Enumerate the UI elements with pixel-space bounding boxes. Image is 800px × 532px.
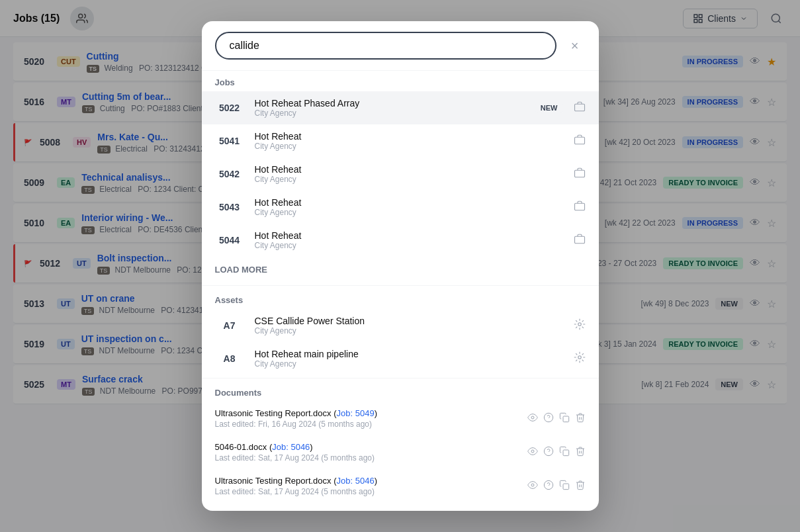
result-sub: City Agency — [255, 241, 563, 250]
divider — [202, 378, 599, 378]
divider — [202, 285, 599, 286]
search-result-job-5042[interactable]: 5042 Hot Reheat City Agency — [202, 157, 599, 191]
svg-point-18 — [531, 450, 534, 453]
trash-icon[interactable] — [575, 480, 586, 493]
search-result-doc-3[interactable]: Ultrasonic Testing Report.docx (Job: 504… — [202, 469, 599, 503]
result-info: Hot Reheat City Agency — [255, 197, 563, 217]
svg-rect-21 — [563, 450, 569, 456]
svg-rect-10 — [574, 203, 584, 210]
assets-section-header: Assets — [202, 288, 599, 309]
result-name: Hot Reheat — [255, 131, 563, 142]
copy-icon[interactable] — [559, 412, 570, 425]
svg-point-23 — [544, 480, 553, 489]
svg-rect-9 — [574, 170, 584, 177]
copy-icon[interactable] — [559, 446, 570, 459]
trash-icon[interactable] — [575, 412, 586, 425]
documents-section-header: Documents — [202, 381, 599, 402]
result-sub: City Agency — [255, 142, 563, 151]
doc-actions — [527, 446, 586, 459]
result-id: 5043 — [215, 202, 244, 212]
search-result-job-5041[interactable]: 5041 Hot Reheat City Agency — [202, 124, 599, 157]
result-id: A7 — [215, 320, 244, 331]
doc-job-link[interactable]: Job: 5046 — [272, 442, 310, 452]
doc-name: Ultrasonic Testing Report.docx (Job: 504… — [215, 408, 521, 418]
doc-edited: Last edited: Sat, 17 Aug 2024 (5 months … — [215, 487, 521, 496]
question-icon[interactable] — [543, 480, 554, 493]
search-result-doc-1[interactable]: Ultrasonic Testing Report.docx (Job: 504… — [202, 402, 599, 435]
close-icon: × — [571, 38, 579, 54]
eye-icon[interactable] — [527, 480, 538, 493]
doc-job-link[interactable]: Job: 5049 — [337, 408, 375, 418]
result-name: CSE Callide Power Station — [255, 316, 563, 326]
result-name: Hot Reheat — [255, 197, 563, 208]
doc-edited: Last edited: Fri, 16 Aug 2024 (5 months … — [215, 420, 521, 429]
result-info: Hot Reheat City Agency — [255, 131, 563, 151]
result-name: Hot Reheat — [255, 164, 563, 175]
search-result-doc-2[interactable]: 5046-01.docx (Job: 5046) Last edited: Sa… — [202, 435, 599, 469]
doc-name: Ultrasonic Testing Report.docx (Job: 504… — [215, 476, 521, 486]
result-sub: City Agency — [255, 359, 563, 369]
search-result-job-5044[interactable]: 5044 Hot Reheat City Agency — [202, 224, 599, 257]
svg-point-14 — [531, 416, 534, 419]
doc-name: 5046-01.docx (Job: 5046) — [215, 442, 521, 452]
result-info: Hot Reheat main pipeline City Agency — [255, 349, 563, 369]
result-badge: NEW — [535, 103, 563, 113]
question-icon[interactable] — [543, 412, 554, 425]
result-sub: City Agency — [255, 175, 563, 184]
briefcase-icon — [574, 167, 586, 182]
modal-body: Jobs 5022 Hot Reheat Phased Array City A… — [202, 71, 599, 511]
jobs-section-header: Jobs — [202, 71, 599, 91]
doc-info: 5046-01.docx (Job: 5046) Last edited: Sa… — [215, 442, 521, 463]
svg-rect-8 — [574, 137, 584, 144]
svg-rect-7 — [574, 104, 584, 111]
briefcase-icon — [574, 134, 586, 149]
result-info: Hot Reheat City Agency — [255, 164, 563, 184]
search-result-asset-a8[interactable]: A8 Hot Reheat main pipeline City Agency — [202, 342, 599, 375]
asset-icon — [574, 318, 586, 333]
result-id: 5044 — [215, 235, 244, 245]
svg-point-15 — [544, 413, 553, 421]
search-input[interactable] — [215, 32, 556, 60]
svg-rect-25 — [563, 484, 569, 490]
result-name: Hot Reheat Phased Array — [255, 98, 525, 109]
question-icon[interactable] — [543, 446, 554, 459]
briefcase-icon — [574, 101, 586, 116]
briefcase-icon — [574, 200, 586, 215]
load-more-label: LOAD MORE — [215, 265, 267, 275]
result-info: CSE Callide Power Station City Agency — [255, 316, 563, 335]
svg-point-13 — [578, 355, 581, 359]
result-sub: City Agency — [255, 326, 563, 335]
eye-icon[interactable] — [527, 446, 538, 459]
copy-icon[interactable] — [559, 480, 570, 493]
search-modal: × Jobs 5022 Hot Reheat Phased Array City… — [202, 21, 599, 511]
search-result-asset-a7[interactable]: A7 CSE Callide Power Station City Agency — [202, 309, 599, 342]
eye-icon[interactable] — [527, 412, 538, 425]
search-result-doc-4[interactable]: ttttt.docx (Job: 5046) Last edited: Mon,… — [202, 503, 599, 511]
result-id: 5022 — [215, 103, 244, 113]
close-button[interactable]: × — [564, 35, 586, 56]
doc-actions — [527, 412, 586, 425]
svg-rect-17 — [563, 416, 569, 422]
doc-job-link[interactable]: Job: 5046 — [253, 510, 290, 511]
result-name: Hot Reheat main pipeline — [255, 349, 563, 359]
svg-point-22 — [531, 484, 534, 486]
result-sub: City Agency — [255, 109, 525, 118]
search-result-job-5043[interactable]: 5043 Hot Reheat City Agency — [202, 191, 599, 224]
svg-rect-11 — [574, 236, 584, 244]
doc-name: ttttt.docx (Job: 5046) — [215, 510, 521, 511]
search-result-job-5022[interactable]: 5022 Hot Reheat Phased Array City Agency… — [202, 91, 599, 124]
load-more-button[interactable]: LOAD MORE — [202, 257, 599, 283]
doc-info: Ultrasonic Testing Report.docx (Job: 504… — [215, 408, 521, 429]
result-info: Hot Reheat City Agency — [255, 230, 563, 250]
doc-actions — [527, 480, 586, 493]
trash-icon[interactable] — [575, 446, 586, 459]
doc-job-link[interactable]: Job: 5046 — [337, 476, 375, 486]
svg-point-12 — [578, 322, 581, 326]
briefcase-icon — [574, 233, 586, 248]
result-id: 5042 — [215, 169, 244, 179]
doc-info: Ultrasonic Testing Report.docx (Job: 504… — [215, 476, 521, 496]
asset-icon — [574, 351, 586, 367]
doc-edited: Last edited: Sat, 17 Aug 2024 (5 months … — [215, 453, 521, 463]
result-info: Hot Reheat Phased Array City Agency — [255, 98, 525, 118]
svg-point-19 — [544, 447, 553, 455]
